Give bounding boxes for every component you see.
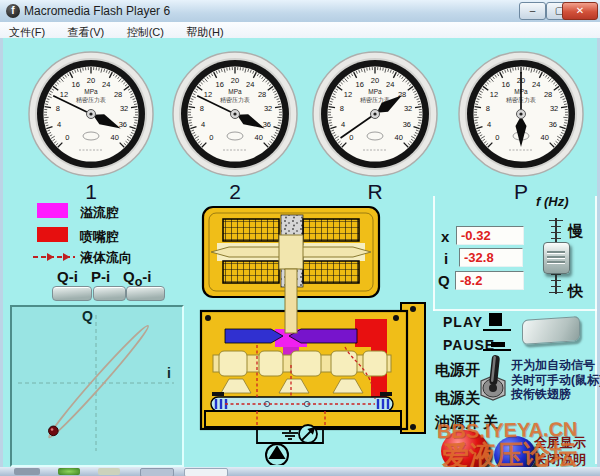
slider-fast-label: 快 [568,282,583,301]
pressure-gauge-r: 0481216202428323640MPa精密压力表 R [311,50,439,178]
svg-text:8: 8 [200,104,204,113]
svg-text:36: 36 [403,120,411,129]
flapper [285,269,297,333]
minimize-button[interactable]: – [519,2,546,20]
svg-text:精密压力表: 精密压力表 [76,96,106,104]
svg-text:12: 12 [490,90,498,99]
coil-lower-right [303,261,359,283]
pressure-gauge-2: 0481216202428323640MPa精密压力表 2 [171,50,299,178]
spool [213,351,391,376]
curve-button-qo-i[interactable] [126,286,165,301]
svg-text:36: 36 [119,120,127,129]
readout-i-value: -32.8 [459,248,523,267]
svg-text:36: 36 [549,120,557,129]
divider-right-edge [595,196,597,464]
legend-swatch-overflow [37,203,68,218]
svg-text:28: 28 [114,90,122,99]
svg-text:MPa: MPa [84,88,98,95]
tank-icon [282,433,298,439]
svg-text:24: 24 [386,80,394,89]
svg-text:40: 40 [395,133,403,142]
svg-text:36: 36 [263,120,271,129]
gauge-label-r: R [311,180,439,204]
curve-button-q-i[interactable] [52,286,92,301]
taskbar[interactable] [0,467,600,476]
pressure-gauge-icon [299,425,317,443]
pressure-gauge-1: 0481216202428323640MPa精密压力表 1 [27,50,155,178]
svg-text:4: 4 [487,120,491,129]
readout-i-label: i [444,250,448,267]
power-on-label: 电源开 [435,361,480,380]
svg-text:4: 4 [341,120,345,129]
svg-text:8: 8 [486,104,490,113]
divider-horizontal [433,309,597,311]
play-indicator-icon[interactable] [489,313,502,326]
svg-text:16: 16 [72,80,80,89]
qi-graph-plot [12,307,178,461]
legend-label-flow: 液体流向 [80,249,132,267]
legend-label-nozzle: 喷嘴腔 [80,228,119,246]
curve-button-p-i[interactable] [93,286,126,301]
legend-label-overflow: 溢流腔 [80,204,119,222]
svg-text:MPa: MPa [368,88,382,95]
x-axis-label: i [167,365,171,381]
current-point-marker [49,426,59,436]
hysteresis-loop [45,323,151,441]
menu-bar: 文件(F) 查看(V) 控制(C) 帮助(H) [0,22,600,39]
play-pause-button[interactable] [522,316,580,345]
taskbar-app-icon-3[interactable] [140,468,174,476]
svg-text:精密压力表: 精密压力表 [220,96,250,104]
power-note-line2: 关时可手动(鼠标) [511,373,600,387]
svg-text:16: 16 [216,80,224,89]
power-note-line1: 开为加自动信号； [511,358,600,372]
legend-swatch-nozzle [37,227,68,242]
power-toggle-switch[interactable] [476,353,510,405]
power-note-line3: 按衔铁翅膀 [511,387,571,401]
gauge-label-1: 1 [27,180,155,204]
slider-slow-label: 慢 [568,222,583,241]
svg-text:28: 28 [544,90,552,99]
svg-text:12: 12 [344,90,352,99]
flash-stage: 0481216202428323640MPa精密压力表 1 0481216202… [3,38,597,467]
taskbar-app-icon-4[interactable] [184,468,228,476]
servo-valve-diagram [195,203,430,465]
svg-text:0: 0 [349,133,353,142]
pause-indicator-icon[interactable] [491,342,505,347]
readout-x-label: x [441,228,449,245]
svg-text:20: 20 [87,76,95,85]
svg-text:20: 20 [231,76,239,85]
close-button[interactable]: ✕ [562,2,598,20]
hydraulic-circuit [257,425,323,465]
flow-direction-arrow-icon [33,252,75,262]
svg-text:24: 24 [102,80,110,89]
taskbar-app-icon-2[interactable] [98,468,120,475]
svg-text:0: 0 [209,133,213,142]
svg-text:40: 40 [255,133,263,142]
svg-text:24: 24 [532,80,540,89]
freq-slider-knob[interactable] [543,242,570,274]
svg-text:16: 16 [502,80,510,89]
svg-text:8: 8 [56,104,60,113]
svg-text:28: 28 [258,90,266,99]
pressure-gauge-p: 0481216202428323640MPa精密压力表 P [457,50,585,178]
divider-vertical [433,196,435,311]
svg-text:32: 32 [550,104,558,113]
pause-indicator-base [483,349,511,351]
title-bar[interactable]: f Macromedia Flash Player 6 – ▢ ✕ [0,0,600,23]
svg-text:12: 12 [204,90,212,99]
svg-text:24: 24 [246,80,254,89]
power-off-label: 电源关 [435,389,480,408]
play-label: PLAY [443,314,483,330]
coil-upper-right [303,219,359,241]
readout-q-label: Q [438,272,450,289]
svg-text:40: 40 [541,133,549,142]
coil-lower-left [223,261,279,283]
window-title: Macromedia Flash Player 6 [24,4,170,18]
play-indicator-base [483,329,511,331]
nozzle-right [289,329,357,343]
taskbar-app-icon-1[interactable] [58,468,80,475]
y-axis-label: Q [82,308,93,324]
taskbar-start-icon[interactable] [14,468,40,475]
svg-text:20: 20 [371,76,379,85]
frequency-label: f (Hz) [536,194,569,209]
